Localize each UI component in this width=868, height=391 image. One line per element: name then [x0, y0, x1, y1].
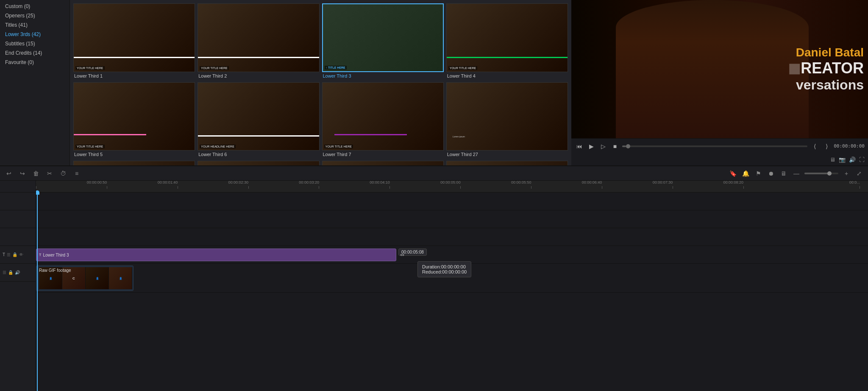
skip-back-button[interactable]: ⏮	[575, 142, 584, 151]
sidebar-item-custom[interactable]: Custom (0)	[0, 2, 70, 11]
record-button[interactable]: ⏺	[766, 169, 776, 178]
tooltip-duration: Duration:00:00:00:00	[422, 264, 467, 269]
zoom-out-button[interactable]: —	[792, 169, 801, 178]
preview-area: Daniel Batal ◼REATOR versations ⏮ ▶ ▷ ■ …	[571, 0, 868, 165]
template-thumb-5: YOUR TITLE HERE	[73, 82, 195, 151]
track-ctrl-speaker[interactable]: 🔊	[15, 270, 20, 275]
track-row-empty-3	[36, 228, 868, 246]
timeline-content: T ☰ 🔒 👁 ☰ 🔒 🔊 00:00:00:00	[0, 181, 868, 391]
template-item-7[interactable]: YOUR TITLE HERE Lower Third 7	[322, 82, 444, 159]
track-ctrl-lock-v[interactable]: 🔒	[8, 270, 13, 275]
stop-button[interactable]: ■	[610, 142, 620, 151]
monitor2-button[interactable]: 🖥	[779, 169, 788, 178]
template-name-4: Lower Third 4	[446, 72, 568, 80]
thumb-text-3: ↑ TITLE HERE	[325, 66, 347, 70]
zoom-in-button[interactable]: +	[842, 169, 851, 178]
playhead	[37, 193, 38, 391]
timeline-ruler: 00:00:00:00 00:00:00:50 00:00:01:40 00:0…	[36, 181, 868, 193]
thumb-bar-6	[198, 135, 319, 137]
ruler-mark-9: 00:00:07:30	[673, 186, 673, 189]
template-item-4[interactable]: YOUR TITLE HERE Lower Third 4	[446, 3, 568, 80]
sidebar-item-endcredits[interactable]: End Credits (14)	[0, 48, 70, 58]
video-bg: Daniel Batal ◼REATOR versations	[571, 0, 868, 138]
ruler-label-5: 00:00:04:10	[370, 181, 390, 184]
clock-button[interactable]: ⏱	[58, 169, 68, 178]
sidebar-item-lower3rds[interactable]: Lower 3rds (42)	[0, 30, 70, 39]
play-button[interactable]: ▶	[587, 142, 596, 151]
template-item-1[interactable]: YOUR TITLE HERE Lower Third 1	[73, 3, 195, 80]
track-ctrl-lock[interactable]: 🔒	[12, 252, 17, 257]
align-button[interactable]: ≡	[72, 169, 81, 178]
footage-frame-4: 👤	[109, 267, 132, 289]
sidebar-item-favourite[interactable]: Favourite (0)	[0, 58, 70, 67]
track-ctrl-hamburger[interactable]: ☰	[7, 252, 11, 257]
clip-title-icon: T	[39, 253, 42, 257]
video-text-overlay: Daniel Batal ◼REATOR versations	[788, 46, 864, 93]
template-item-29[interactable]: LOREM IPSUM Lower Third 29	[198, 161, 319, 165]
clip-resize-handle[interactable]: ⇔	[400, 246, 405, 263]
thumb-text-2: YOUR TITLE HERE	[200, 66, 229, 70]
track-ctrl-hamburger-v[interactable]: ☰	[3, 270, 6, 275]
ruler-label-8: 00:00:06:40	[582, 181, 602, 184]
timeline-toolbar-right: 🔖 🔔 ⚑ ⏺ 🖥 — + ⤢	[728, 169, 864, 178]
ruler-label-6: 00:00:05:00	[440, 181, 461, 184]
template-item-5[interactable]: YOUR TITLE HERE Lower Third 5	[73, 82, 195, 159]
template-item-3[interactable]: ↑ TITLE HERE Lower Third 3	[322, 3, 444, 80]
template-name-2: Lower Third 2	[198, 72, 319, 80]
fullscreen-icon[interactable]: ⛶	[859, 156, 865, 163]
monitor-icon[interactable]: 🖥	[830, 156, 835, 163]
template-item-31[interactable]: Lorem ipsum Lower Third 31	[446, 161, 568, 165]
template-item-6[interactable]: YOUR HEADLINE HERE Lower Third 6	[198, 82, 319, 159]
cut-button[interactable]: ✂	[45, 169, 54, 178]
template-thumb-31: Lorem ipsum	[446, 161, 568, 165]
template-name-7: Lower Third 7	[322, 151, 444, 158]
template-item-27[interactable]: Lorem ipsum Lower Third 27	[446, 82, 568, 159]
template-item-28[interactable]: Lorem Ipsum Lower Third 28	[73, 161, 195, 165]
timecode-display: 00:00:00:00	[834, 143, 865, 149]
zoom-slider[interactable]	[804, 173, 838, 174]
sidebar-item-titles[interactable]: Titles (41)	[0, 20, 70, 30]
bell-button[interactable]: 🔔	[741, 169, 750, 178]
template-grid: YOUR TITLE HERE Lower Third 1 YOUR TITLE…	[70, 0, 571, 165]
template-thumb-4: YOUR TITLE HERE	[446, 3, 568, 72]
thumb-bar-2	[198, 57, 319, 58]
track-labels: T ☰ 🔒 👁 ☰ 🔒 🔊	[0, 181, 36, 391]
track-label-empty-1	[0, 193, 36, 210]
track-icon-title: T	[3, 252, 5, 257]
tooltip-box: Duration:00:00:00:00 Reduced:00:00:00:00	[417, 261, 471, 277]
template-grid-inner: YOUR TITLE HERE Lower Third 1 YOUR TITLE…	[73, 3, 568, 165]
flag-button[interactable]: ⚑	[754, 169, 763, 178]
progress-fill	[622, 145, 626, 147]
thumb-text-7: YOUR TITLE HERE	[324, 145, 353, 148]
thumb-bar-4	[447, 57, 568, 58]
track-label-empty-3	[0, 228, 36, 246]
track-row-empty-1	[36, 193, 868, 210]
track-ctrl-eye[interactable]: 👁	[19, 252, 23, 257]
delete-button[interactable]: 🗑	[31, 169, 41, 178]
play-alt-button[interactable]: ▷	[598, 142, 608, 151]
track-row-lower-third: T Lower Third 3 00:00:05:08 ⇔ Duration:0…	[36, 246, 868, 264]
timeline-main: 00:00:00:00 00:00:00:50 00:00:01:40 00:0…	[36, 181, 868, 391]
template-item-2[interactable]: YOUR TITLE HERE Lower Third 2	[198, 3, 319, 80]
sidebar-item-subtitles[interactable]: Subtitles (15)	[0, 39, 70, 48]
template-thumb-6: YOUR HEADLINE HERE	[198, 82, 319, 151]
camera-icon[interactable]: 📷	[839, 156, 846, 163]
bookmark-button[interactable]: 🔖	[728, 169, 737, 178]
lower-third-clip[interactable]: T Lower Third 3	[36, 249, 396, 261]
video-preview: Daniel Batal ◼REATOR versations	[571, 0, 868, 138]
nav-prev-button[interactable]: ⟨	[810, 142, 819, 151]
progress-bar[interactable]	[622, 145, 807, 147]
sidebar-item-openers[interactable]: Openers (25)	[0, 11, 70, 20]
ruler-mark-3: 00:00:02:30	[248, 186, 249, 189]
redo-button[interactable]: ↪	[18, 169, 27, 178]
thumb-bar-5	[74, 134, 146, 135]
footage-clip[interactable]: 👤 C 👤 👤 Raw GIF foo	[36, 265, 134, 291]
undo-button[interactable]: ↩	[4, 169, 14, 178]
template-name-27: Lower Third 27	[446, 151, 568, 158]
thumb-text-6: YOUR HEADLINE HERE	[200, 145, 236, 148]
fit-button[interactable]: ⤢	[854, 169, 864, 178]
template-item-30[interactable]: Lorem Ipsum Lower Third 30	[322, 161, 444, 165]
speaker-icon[interactable]: 🔊	[849, 156, 856, 163]
template-name-1: Lower Third 1	[73, 72, 195, 80]
nav-next-button[interactable]: ⟩	[822, 142, 831, 151]
